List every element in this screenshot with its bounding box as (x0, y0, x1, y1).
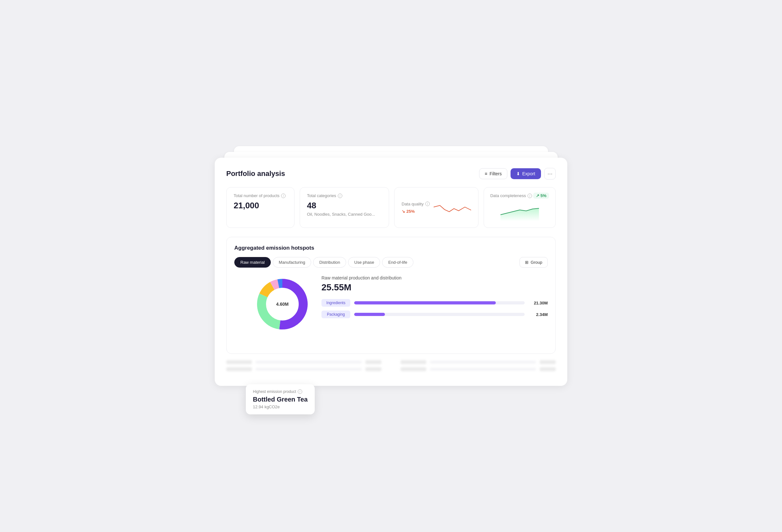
packaging-label: Packaging (321, 311, 350, 318)
data-quality-card: Data quality i ↘ 25% (394, 187, 478, 228)
blur-bar-1 (256, 361, 361, 363)
page-wrapper: Portfolio analysis ≡ Filters ⬇ Export ⋯ (215, 146, 567, 386)
arrow-down-icon: ↘ (401, 209, 405, 214)
tab-end-of-life[interactable]: End-of-life (382, 257, 413, 268)
stats-row: Total number of products i 21,000 Total … (226, 187, 556, 228)
header-actions: ≡ Filters ⬇ Export ⋯ (479, 168, 556, 179)
categories-value: 48 (307, 201, 382, 211)
data-quality-svg (434, 198, 471, 217)
packaging-amount: 2.34M (529, 312, 548, 317)
bar-packaging: Packaging 2.34M (321, 311, 548, 318)
blur-row-3 (401, 360, 556, 364)
content-area: Highest emission product i Bottled Green… (234, 275, 548, 346)
group-label: Group (531, 260, 542, 265)
categories-info-icon: i (338, 193, 342, 198)
tabs-list: Raw material Manufacturing Distribution … (234, 257, 414, 268)
tab-use-phase[interactable]: Use phase (348, 257, 380, 268)
packaging-bar-fill (354, 313, 385, 316)
data-quality-badge: ↘ 25% (401, 209, 430, 214)
export-icon: ⬇ (516, 171, 520, 176)
blur-row-2 (226, 367, 381, 371)
ingredients-bar-fill (354, 301, 496, 305)
blur-val-2 (365, 367, 381, 371)
blur-col-right (401, 360, 556, 374)
main-card: Portfolio analysis ≡ Filters ⬇ Export ⋯ (215, 158, 567, 386)
blur-label-2 (226, 367, 252, 371)
filters-label: Filters (489, 171, 502, 176)
right-title: Raw material production and distribution (321, 275, 548, 280)
products-value: 21,000 (234, 201, 287, 211)
bar-ingredients: Ingredients 21.30M (321, 299, 548, 307)
blur-label-3 (401, 360, 426, 364)
right-panel: Raw material production and distribution… (321, 275, 548, 322)
tabs-row: Raw material Manufacturing Distribution … (234, 257, 548, 268)
data-quality-label: Data quality i (401, 202, 430, 206)
donut-chart-container: 4.60M (253, 275, 311, 333)
donut-svg: 4.60M (253, 275, 311, 333)
completeness-header: Data completeness i ↗ 5% (490, 192, 549, 199)
filter-icon: ≡ (485, 171, 487, 176)
donut-center-label: 4.60M (276, 302, 289, 307)
arrow-up-icon: ↗ (536, 193, 539, 198)
bar-packaging-row: Packaging 2.34M (321, 311, 548, 318)
data-quality-info-icon: i (425, 202, 430, 206)
page-title: Portfolio analysis (226, 170, 285, 178)
packaging-bar-track (354, 313, 525, 316)
blur-val-3 (540, 360, 556, 364)
bottom-blur-rows (226, 360, 556, 374)
export-label: Export (523, 171, 535, 176)
tab-distribution[interactable]: Distribution (313, 257, 346, 268)
products-stat-card: Total number of products i 21,000 (226, 187, 294, 228)
blur-label-4 (401, 367, 426, 371)
right-value: 25.55M (321, 282, 548, 293)
completeness-badge: ↗ 5% (533, 192, 549, 199)
tooltip-product-name: Bottled Green Tea (253, 396, 308, 403)
ingredients-bar-track (354, 301, 525, 305)
ingredients-label: Ingredients (321, 299, 350, 307)
completeness-label: Data completeness i (490, 193, 532, 198)
tooltip-label: Highest emission product i (253, 389, 308, 394)
tooltip-emission-value: 12.94 kgCO2e (253, 404, 308, 409)
completeness-chart (490, 202, 549, 222)
tooltip-popup: Highest emission product i Bottled Green… (246, 384, 315, 414)
categories-stat-card: Total categories i 48 Oil, Noodles, Snac… (300, 187, 389, 228)
blur-label-1 (226, 360, 252, 364)
data-quality-chart (434, 198, 471, 218)
products-info-icon: i (281, 193, 286, 198)
blur-bar-3 (430, 361, 536, 363)
tab-manufacturing[interactable]: Manufacturing (273, 257, 311, 268)
blur-val-1 (365, 360, 381, 364)
categories-sub: Oil, Noodles, Snacks, Canned Goo... (307, 212, 382, 217)
bar-ingredients-row: Ingredients 21.30M (321, 299, 548, 307)
completeness-info-icon: i (528, 193, 532, 198)
completeness-svg (490, 202, 549, 221)
blur-row-4 (401, 367, 556, 371)
completeness-card: Data completeness i ↗ 5% (484, 187, 556, 228)
more-button[interactable]: ⋯ (544, 168, 556, 179)
blur-bar-4 (430, 368, 536, 370)
aggregated-title: Aggregated emission hotspots (234, 245, 548, 251)
tooltip-info-icon: i (298, 389, 302, 394)
group-button[interactable]: ⊞ Group (520, 257, 548, 268)
products-label: Total number of products i (234, 193, 287, 198)
more-icon: ⋯ (547, 171, 553, 177)
categories-label: Total categories i (307, 193, 382, 198)
filters-button[interactable]: ≡ Filters (479, 168, 507, 179)
blur-col-left (226, 360, 381, 374)
blur-val-4 (540, 367, 556, 371)
header-row: Portfolio analysis ≡ Filters ⬇ Export ⋯ (226, 168, 556, 179)
aggregated-section: Aggregated emission hotspots Raw materia… (226, 237, 556, 354)
tab-raw-material[interactable]: Raw material (234, 257, 271, 268)
blur-row-1 (226, 360, 381, 364)
layers-icon: ⊞ (525, 260, 529, 265)
export-button[interactable]: ⬇ Export (510, 168, 541, 179)
blur-bar-2 (256, 368, 361, 370)
ingredients-amount: 21.30M (529, 300, 548, 306)
